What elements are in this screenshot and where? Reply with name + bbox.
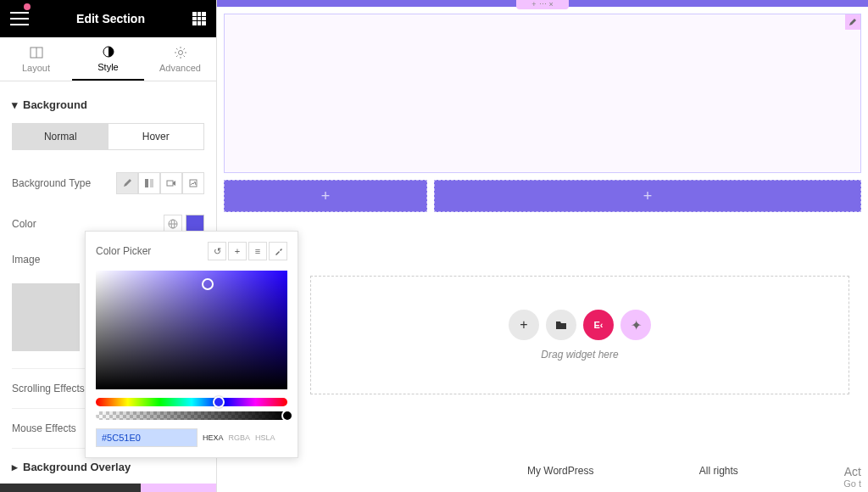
section-container[interactable]: [224, 14, 861, 173]
add-column-left[interactable]: +: [224, 180, 427, 212]
brush-icon: [122, 178, 132, 188]
sidebar-header: Edit Section: [0, 0, 216, 37]
sparkle-icon: ✦: [631, 317, 642, 333]
globe-icon: [168, 219, 178, 229]
hamburger-icon[interactable]: [10, 12, 29, 25]
tab-style[interactable]: Style: [72, 37, 144, 81]
color-picker-title: Color Picker: [96, 245, 151, 257]
eyedropper-button[interactable]: [269, 242, 287, 260]
add-column-right[interactable]: +: [434, 180, 861, 212]
gradient-icon: [144, 178, 154, 188]
widgets-grid-icon[interactable]: [192, 12, 206, 25]
stack-icon: ≡: [255, 246, 260, 256]
columns-icon: [30, 46, 43, 59]
background-type-row: Background Type: [12, 162, 204, 204]
add-widget-button[interactable]: +: [509, 310, 539, 340]
site-name: My WordPress: [527, 465, 593, 489]
image-label: Image: [12, 254, 40, 266]
format-rgba[interactable]: RGBA: [229, 433, 251, 442]
tab-advanced-label: Advanced: [159, 63, 201, 73]
drag-widget-area[interactable]: + E‹ ✦ Drag widget here: [310, 276, 849, 394]
hover-toggle[interactable]: Hover: [108, 124, 204, 149]
format-hsla[interactable]: HSLA: [255, 433, 275, 442]
plus-icon: +: [520, 317, 527, 333]
scrolling-effects-label: Scrolling Effects: [12, 383, 85, 394]
canvas-area: + ⋯ × + + + E‹ ✦ Drag widget here My Wor…: [217, 0, 868, 492]
svg-rect-4: [145, 179, 148, 187]
panel-title: Edit Section: [76, 12, 145, 25]
color-label: Color: [12, 218, 36, 230]
plus-icon: +: [643, 187, 653, 205]
plus-icon: +: [235, 246, 240, 256]
bg-type-slideshow[interactable]: [182, 172, 204, 194]
close-icon: ×: [549, 0, 554, 8]
format-hexa[interactable]: HEXA: [203, 433, 224, 442]
ek-icon: E‹: [594, 320, 604, 330]
bg-type-label: Background Type: [12, 177, 91, 189]
columns-row: + +: [224, 180, 861, 212]
template-library-button[interactable]: [546, 310, 576, 340]
panel-footer-bar: [0, 484, 216, 492]
pencil-icon: [849, 18, 857, 26]
sv-cursor[interactable]: [202, 278, 214, 290]
alpha-handle[interactable]: [281, 410, 293, 422]
state-toggle: Normal Hover: [12, 123, 204, 150]
background-section-header[interactable]: ▾ Background: [12, 93, 204, 123]
caret-right-icon: ▸: [12, 461, 18, 473]
canvas-top-bar: + ⋯ ×: [217, 0, 868, 7]
color-picker-popover: Color Picker ↺ + ≡ HEXA RGBA HSLA: [85, 231, 298, 458]
plus-icon: +: [321, 187, 331, 205]
plus-icon: +: [531, 0, 536, 8]
undo-icon: ↺: [214, 246, 221, 257]
eyedropper-icon: [274, 247, 283, 256]
section-handle[interactable]: + ⋯ ×: [516, 0, 569, 9]
activate-label: Act: [843, 465, 861, 478]
bg-overlay-heading-label: Background Overlay: [23, 461, 131, 473]
tab-layout-label: Layout: [22, 63, 50, 73]
alpha-slider[interactable]: [96, 411, 287, 420]
bg-type-classic[interactable]: [116, 172, 138, 194]
saturation-value-area[interactable]: [96, 271, 287, 389]
rights-text: All rights: [699, 465, 738, 489]
bg-type-video[interactable]: [160, 172, 182, 194]
tab-advanced[interactable]: Advanced: [144, 37, 216, 81]
edit-section-badge[interactable]: [845, 14, 860, 30]
slideshow-icon: [188, 178, 198, 188]
gear-icon: [174, 46, 187, 59]
swatches-button[interactable]: ≡: [248, 242, 267, 260]
panel-tabs: Layout Style Advanced: [0, 37, 216, 81]
reset-color-button[interactable]: ↺: [208, 242, 226, 260]
caret-down-icon: ▾: [12, 98, 18, 111]
folder-icon: [554, 318, 568, 332]
mouse-effects-label: Mouse Effects: [12, 422, 76, 434]
ai-button[interactable]: ✦: [620, 310, 651, 340]
normal-toggle[interactable]: Normal: [13, 124, 108, 149]
image-placeholder[interactable]: [12, 283, 80, 351]
svg-rect-5: [150, 179, 153, 187]
svg-rect-6: [167, 181, 173, 186]
hue-slider[interactable]: [96, 398, 287, 406]
drag-hint-text: Drag widget here: [541, 349, 618, 361]
hex-input[interactable]: [96, 428, 198, 447]
tab-layout[interactable]: Layout: [0, 37, 72, 81]
tab-style-label: Style: [97, 62, 118, 72]
notification-dot: [24, 3, 31, 10]
background-heading-label: Background: [23, 98, 87, 111]
page-footer: My WordPress All rights Act Go t: [527, 465, 861, 489]
elementskit-button[interactable]: E‹: [583, 310, 614, 340]
bg-type-gradient[interactable]: [138, 172, 160, 194]
svg-point-3: [178, 50, 182, 54]
video-icon: [166, 178, 176, 188]
hue-handle[interactable]: [213, 396, 225, 408]
dots-icon: ⋯: [539, 0, 547, 8]
contrast-icon: [102, 45, 115, 59]
add-color-button[interactable]: +: [228, 242, 247, 260]
activate-sub: Go t: [843, 478, 861, 489]
